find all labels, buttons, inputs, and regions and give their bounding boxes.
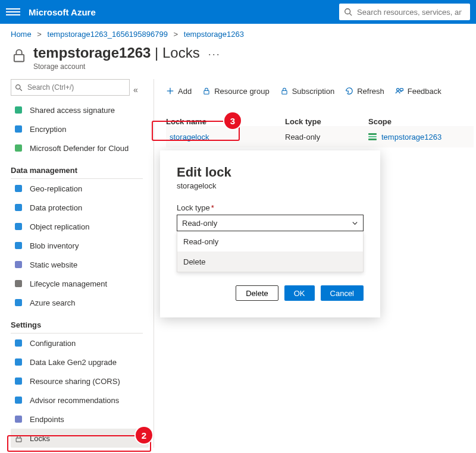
sidebar-item-data-protection[interactable]: Data protection [11, 198, 149, 217]
svg-rect-7 [15, 144, 22, 152]
sidebar-item-locks[interactable]: Locks [11, 429, 149, 448]
delete-button[interactable]: Delete [236, 285, 278, 301]
menu-icon[interactable] [6, 8, 20, 15]
plus-icon [166, 87, 174, 95]
svg-point-25 [396, 88, 399, 90]
service-icon [13, 278, 24, 289]
sidebar-item-label: Geo-replication [30, 184, 82, 193]
edit-lock-panel: Edit lock storagelock Lock type* Read-on… [160, 150, 380, 317]
crumb-resource[interactable]: tempstorage1263 [184, 30, 244, 39]
breadcrumb: Home > tempstorage1263_1656195896799 > t… [0, 24, 476, 41]
more-icon[interactable]: ··· [208, 48, 221, 61]
panel-subtitle: storagelock [177, 181, 364, 190]
sidebar-group-settings: Settings [11, 312, 143, 334]
panel-title: Edit lock [177, 165, 364, 180]
sidebar-item-label: Data Lake Gen2 upgrade [30, 358, 117, 367]
crumb-group[interactable]: tempstorage1263_1656195896799 [48, 30, 168, 39]
sidebar-item-label: Data protection [30, 203, 82, 212]
svg-rect-12 [15, 261, 22, 268]
sidebar-item-configuration[interactable]: Configuration [11, 334, 149, 353]
sidebar-item-label: Endpoints [30, 415, 64, 424]
main-area: Add Resource group Subscription Refresh … [154, 79, 476, 448]
option-delete[interactable]: Delete [177, 251, 363, 272]
svg-rect-24 [282, 90, 287, 94]
service-icon [13, 259, 24, 270]
svg-rect-20 [16, 438, 21, 441]
page-title: tempstorage1263 | Locks [33, 45, 200, 61]
lock-icon [202, 87, 211, 95]
service-icon [13, 202, 24, 213]
sidebar-item-advisor-recommendations[interactable]: Advisor recommendations [11, 391, 149, 410]
add-button[interactable]: Add [166, 87, 192, 96]
sidebar-item-endpoints[interactable]: Endpoints [11, 410, 149, 429]
refresh-button[interactable]: Refresh [345, 87, 384, 96]
lock-type-select[interactable]: Read-only [177, 215, 364, 231]
cancel-button[interactable]: Cancel [321, 285, 364, 301]
sidebar-item-azure-search[interactable]: Azure search [11, 293, 149, 312]
sidebar-item-data-lake-gen2-upgrade[interactable]: Data Lake Gen2 upgrade [11, 353, 149, 372]
sidebar-item-lifecycle-management[interactable]: Lifecycle management [11, 274, 149, 293]
sidebar: « Shared access signatureEncryptionMicro… [0, 79, 154, 448]
subscription-button[interactable]: Subscription [280, 87, 335, 96]
col-scope: Scope [368, 117, 474, 126]
service-icon [13, 338, 24, 348]
svg-rect-6 [15, 125, 22, 133]
sidebar-item-resource-sharing-cors-[interactable]: Resource sharing (CORS) [11, 372, 149, 391]
sidebar-item-encryption[interactable]: Encryption [11, 119, 149, 139]
svg-rect-13 [15, 280, 22, 287]
service-icon [13, 395, 24, 405]
svg-rect-10 [15, 223, 22, 230]
sidebar-item-label: Encryption [30, 125, 66, 134]
svg-rect-14 [15, 299, 22, 306]
sidebar-item-geo-replication[interactable]: Geo-replication [11, 179, 149, 198]
service-icon [13, 183, 24, 194]
cell-scope[interactable]: tempstorage1263 [368, 133, 474, 141]
service-icon [13, 433, 24, 443]
refresh-icon [345, 87, 353, 95]
col-lock-type: Lock type [285, 117, 368, 126]
service-icon [13, 240, 24, 251]
option-read-only[interactable]: Read-only [177, 231, 363, 251]
page-subtitle: Storage account [33, 62, 200, 71]
col-lock-name: Lock name [166, 117, 285, 126]
svg-rect-18 [15, 397, 22, 404]
sidebar-item-label: Shared access signature [30, 106, 115, 115]
sidebar-item-label: Advisor recommendations [30, 396, 119, 405]
svg-rect-16 [15, 358, 22, 366]
svg-rect-2 [14, 55, 24, 62]
service-icon [13, 124, 24, 134]
feedback-button[interactable]: Feedback [395, 87, 441, 96]
command-bar: Add Resource group Subscription Refresh … [166, 79, 474, 103]
service-icon [13, 357, 24, 367]
search-icon [15, 84, 23, 92]
svg-rect-9 [15, 204, 22, 211]
table-row[interactable]: storagelock Read-only tempstorage1263 [166, 126, 474, 147]
sidebar-search[interactable] [11, 79, 130, 96]
cell-lock-name[interactable]: storagelock [166, 133, 285, 141]
sidebar-item-microsoft-defender-for-cloud[interactable]: Microsoft Defender for Cloud [11, 139, 149, 158]
svg-rect-8 [15, 185, 22, 192]
sidebar-item-label: Microsoft Defender for Cloud [30, 144, 129, 153]
resource-group-button[interactable]: Resource group [202, 87, 270, 96]
global-search[interactable] [339, 4, 470, 20]
svg-rect-15 [15, 339, 22, 347]
sidebar-item-static-website[interactable]: Static website [11, 255, 149, 274]
svg-line-4 [20, 89, 22, 90]
global-search-input[interactable] [356, 7, 463, 17]
sidebar-item-blob-inventory[interactable]: Blob inventory [11, 236, 149, 255]
sidebar-item-object-replication[interactable]: Object replication [11, 217, 149, 236]
sidebar-search-input[interactable] [26, 83, 126, 92]
sidebar-item-label: Locks [30, 434, 50, 443]
ok-button[interactable]: OK [284, 285, 315, 301]
svg-rect-23 [204, 90, 209, 94]
lock-type-label: Lock type* [177, 203, 364, 212]
svg-rect-19 [15, 416, 22, 423]
service-icon [13, 105, 24, 115]
table-header: Lock name Lock type Scope [166, 117, 474, 126]
sidebar-item-label: Blob inventory [30, 241, 79, 250]
svg-line-1 [350, 14, 352, 16]
collapse-icon[interactable]: « [133, 85, 138, 95]
crumb-home[interactable]: Home [11, 30, 32, 39]
sidebar-item-label: Object replication [30, 222, 89, 231]
sidebar-item-shared-access-signature[interactable]: Shared access signature [11, 100, 149, 119]
